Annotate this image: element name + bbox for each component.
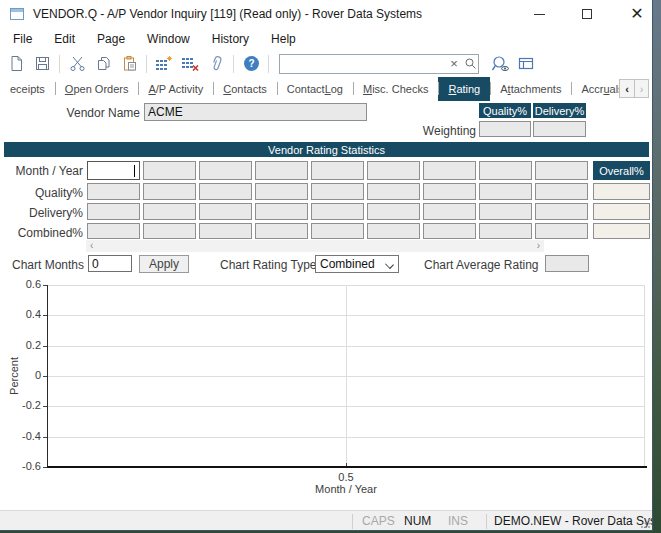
- tab-eceipts[interactable]: eceipts: [0, 77, 55, 101]
- scroll-left-icon[interactable]: ‹: [86, 240, 97, 252]
- tab-contacts[interactable]: Contacts: [213, 77, 276, 101]
- delivery-column-header: Delivery%: [533, 103, 586, 118]
- maximize-button[interactable]: [570, 0, 604, 28]
- menu-edit[interactable]: Edit: [43, 29, 86, 49]
- insert-row-icon: [155, 55, 173, 72]
- table-horizontal-scrollbar[interactable]: ‹ ›: [86, 240, 544, 252]
- tab-label: ating: [456, 83, 480, 95]
- chart-months-input[interactable]: 0: [88, 255, 132, 272]
- search-submit-button[interactable]: [462, 56, 478, 72]
- tab-misc-checks[interactable]: Misc. Checks: [353, 77, 438, 101]
- help-button[interactable]: ?: [238, 52, 264, 76]
- tab-label: Contact: [287, 83, 325, 95]
- menu-help[interactable]: Help: [260, 29, 307, 49]
- overall-cell: [593, 183, 650, 200]
- menu-bar: FileEditPageWindowHistoryHelp: [0, 28, 653, 50]
- rating-cell: [479, 223, 532, 239]
- rating-cell: [255, 223, 308, 239]
- rating-cell: [311, 183, 364, 200]
- chart-rating-type-label: Chart Rating Type: [220, 258, 317, 272]
- y-tick-label: -0.4: [11, 430, 41, 442]
- menu-history[interactable]: History: [201, 29, 260, 49]
- cut-button[interactable]: [64, 52, 90, 76]
- y-tick-label: -0.6: [11, 460, 41, 472]
- clear-search-icon: ×: [450, 56, 458, 71]
- paste-button[interactable]: [116, 52, 142, 76]
- rating-cell: [423, 161, 476, 180]
- clear-search-button[interactable]: ×: [446, 56, 462, 72]
- rating-cell: [367, 203, 420, 220]
- toolbar-separator: [268, 55, 269, 73]
- attachment-icon: [208, 55, 225, 72]
- rating-cell: [199, 161, 252, 180]
- new-document-button[interactable]: [3, 52, 29, 76]
- x-tick-label: 0.5: [326, 471, 366, 483]
- y-tick-label: 0.6: [11, 278, 41, 290]
- tab-rating[interactable]: Rating: [438, 77, 490, 101]
- rating-cell: [535, 161, 588, 180]
- apply-button[interactable]: Apply: [139, 255, 189, 273]
- search-icon: [464, 57, 477, 70]
- overall-cell: [593, 223, 650, 239]
- rating-cell: [311, 203, 364, 220]
- minimize-button[interactable]: [522, 0, 556, 28]
- resize-grip-icon[interactable]: [640, 518, 651, 529]
- scroll-right-icon[interactable]: ›: [533, 240, 544, 252]
- toolbar-separator: [59, 55, 60, 73]
- close-button[interactable]: ✕: [620, 0, 653, 28]
- maximize-icon: [582, 9, 592, 19]
- tab-label: eceipts: [10, 83, 45, 95]
- vendor-name-label: Vendor Name: [40, 106, 140, 120]
- rating-cell: [423, 223, 476, 239]
- rating-cell: [535, 223, 588, 239]
- toolbar-separator: [146, 55, 147, 73]
- minimize-icon: [534, 14, 545, 15]
- weighting-delivery-value: [534, 122, 585, 124]
- grid-view-button[interactable]: [513, 52, 539, 76]
- tab-label: R: [448, 83, 456, 95]
- search-input[interactable]: [280, 56, 446, 72]
- delete-row-button[interactable]: [177, 52, 203, 76]
- chart-average-rating-field: [545, 255, 589, 272]
- insert-row-button[interactable]: [151, 52, 177, 76]
- rating-cell: [143, 203, 196, 220]
- row-label-delivery: Delivery%: [0, 206, 83, 220]
- chart-rating-type-select[interactable]: Combined: [315, 255, 399, 273]
- tab-a-p-activity[interactable]: A/P Activity: [138, 77, 213, 101]
- rating-cell: [423, 183, 476, 200]
- tab-open-orders[interactable]: Open Orders: [55, 77, 139, 101]
- tab-label: C: [223, 83, 231, 95]
- help-icon: ?: [243, 55, 260, 72]
- new-document-icon: [8, 55, 25, 72]
- save-button[interactable]: [29, 52, 55, 76]
- tab-contact-log[interactable]: Contact Log: [277, 77, 353, 101]
- weighting-label: Weighting: [396, 124, 476, 138]
- menu-file[interactable]: File: [2, 29, 43, 49]
- month-year-input[interactable]: [87, 161, 140, 180]
- rating-cell: [479, 183, 532, 200]
- weighting-quality-field: [479, 121, 531, 137]
- cut-icon: [69, 55, 86, 72]
- toolbar: ? ×: [0, 50, 653, 77]
- rating-cell: [87, 203, 140, 220]
- close-icon: ✕: [630, 6, 643, 22]
- menu-page[interactable]: Page: [86, 29, 136, 49]
- find-user-button[interactable]: [487, 52, 513, 76]
- ins-indicator: INS: [448, 514, 468, 528]
- vendor-name-value: ACME: [145, 104, 366, 120]
- rating-cell: [255, 203, 308, 220]
- quality-column-header: Quality%: [479, 103, 531, 118]
- attachment-button[interactable]: [203, 52, 229, 76]
- status-separator: [352, 514, 353, 529]
- y-tick-label: 0.2: [11, 339, 41, 351]
- tab-scroll-left-button[interactable]: ‹: [619, 79, 634, 98]
- chevron-down-icon: [385, 260, 393, 268]
- rating-cell: [143, 223, 196, 239]
- x-axis-line: [47, 466, 647, 468]
- tab-attachments[interactable]: Attachments: [490, 77, 571, 101]
- tab-label: ontacts: [231, 83, 266, 95]
- tab-scroll-right-button[interactable]: ›: [634, 79, 649, 98]
- copy-button[interactable]: [90, 52, 116, 76]
- weighting-quality-value: [480, 122, 530, 124]
- menu-window[interactable]: Window: [136, 29, 201, 49]
